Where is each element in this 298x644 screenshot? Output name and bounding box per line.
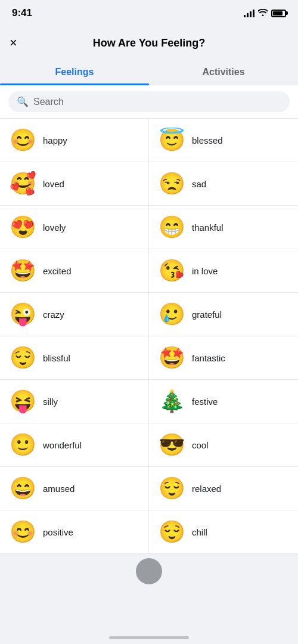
feeling-item-in-love[interactable]: 😘in love [149,249,298,293]
battery-icon [271,10,286,17]
feeling-emoji-fantastic: 🤩 [159,345,185,371]
search-box[interactable]: 🔍 Search [8,91,290,112]
feeling-emoji-positive: 😊 [10,519,36,545]
feeling-label-silly: silly [43,397,58,407]
feeling-emoji-relaxed: 😌 [159,475,185,501]
search-icon: 🔍 [17,96,29,107]
feeling-item-sad[interactable]: 😒sad [149,162,298,206]
feeling-label-crazy: crazy [43,309,64,320]
close-button[interactable]: × [10,36,17,49]
feeling-item-lovely[interactable]: 😍lovely [0,206,149,249]
feeling-item-blessed[interactable]: 😇blessed [149,119,298,162]
page-title: How Are You Feeling? [93,37,206,49]
feeling-item-thankful[interactable]: 😁thankful [149,206,298,249]
feeling-label-excited: excited [43,266,72,276]
feeling-label-loved: loved [43,179,64,189]
feeling-item-positive[interactable]: 😊positive [0,510,149,554]
feeling-item-relaxed[interactable]: 😌relaxed [149,467,298,510]
feeling-item-happy[interactable]: 😊happy [0,119,149,162]
feeling-label-amused: amused [43,484,74,494]
feeling-emoji-amused: 😄 [10,475,36,501]
feeling-emoji-silly: 😝 [10,388,36,414]
feeling-item-crazy[interactable]: 😜crazy [0,293,149,336]
feeling-emoji-in-love: 😘 [159,258,185,284]
feeling-emoji-grateful: 🥲 [159,301,185,327]
status-time: 9:41 [12,7,32,19]
tab-activities[interactable]: Activities [149,60,298,85]
feeling-emoji-excited: 🤩 [10,258,36,284]
feeling-item-blissful[interactable]: 😌blissful [0,336,149,380]
feeling-label-festive: festive [192,397,218,407]
feeling-item-grateful[interactable]: 🥲grateful [149,293,298,336]
feeling-label-fantastic: fantastic [192,353,225,363]
feeling-label-thankful: thankful [192,222,224,233]
feeling-label-blessed: blessed [192,135,223,145]
feeling-item-wonderful[interactable]: 🙂wonderful [0,423,149,467]
feeling-item-excited[interactable]: 🤩excited [0,249,149,293]
feeling-emoji-cool: 😎 [159,432,185,458]
feeling-emoji-blessed: 😇 [159,127,185,153]
status-bar: 9:41 [0,0,298,26]
feeling-label-sad: sad [192,179,206,189]
feeling-label-in-love: in love [192,266,218,276]
feeling-emoji-sad: 😒 [159,171,185,197]
feeling-item-cool[interactable]: 😎cool [149,423,298,467]
feeling-item-silly[interactable]: 😝silly [0,380,149,423]
feeling-item-chill[interactable]: 😌chill [149,510,298,554]
feeling-emoji-loved: 🥰 [10,171,36,197]
feeling-label-cool: cool [192,440,209,450]
feelings-grid: 😊happy😇blessed🥰loved😒sad😍lovely😁thankful… [0,119,298,554]
feeling-emoji-lovely: 😍 [10,214,36,240]
tabs-container: Feelings Activities [0,60,298,85]
status-icons [244,8,286,18]
feeling-label-chill: chill [192,527,207,537]
feeling-label-blissful: blissful [43,353,70,363]
home-indicator [109,636,189,639]
search-input[interactable]: Search [33,97,64,107]
wifi-icon [258,8,268,18]
search-container: 🔍 Search [0,85,298,119]
feeling-label-lovely: lovely [43,222,66,233]
feeling-label-grateful: grateful [192,309,222,320]
feeling-item-fantastic[interactable]: 🤩fantastic [149,336,298,380]
feeling-item-festive[interactable]: 🎄festive [149,380,298,423]
signal-icon [244,9,254,17]
feeling-item-loved[interactable]: 🥰loved [0,162,149,206]
feeling-emoji-happy: 😊 [10,127,36,153]
feeling-emoji-chill: 😌 [159,519,185,545]
feeling-emoji-thankful: 😁 [159,214,185,240]
header: × How Are You Feeling? [0,26,298,60]
scroll-indicator [136,558,162,584]
feeling-label-positive: positive [43,527,73,537]
feeling-emoji-festive: 🎄 [159,388,185,414]
feeling-emoji-wonderful: 🙂 [10,432,36,458]
tab-feelings[interactable]: Feelings [0,60,149,85]
feeling-emoji-crazy: 😜 [10,301,36,327]
feeling-label-wonderful: wonderful [43,440,82,450]
feeling-item-amused[interactable]: 😄amused [0,467,149,510]
feeling-emoji-blissful: 😌 [10,345,36,371]
feeling-label-relaxed: relaxed [192,484,221,494]
feeling-label-happy: happy [43,135,67,145]
